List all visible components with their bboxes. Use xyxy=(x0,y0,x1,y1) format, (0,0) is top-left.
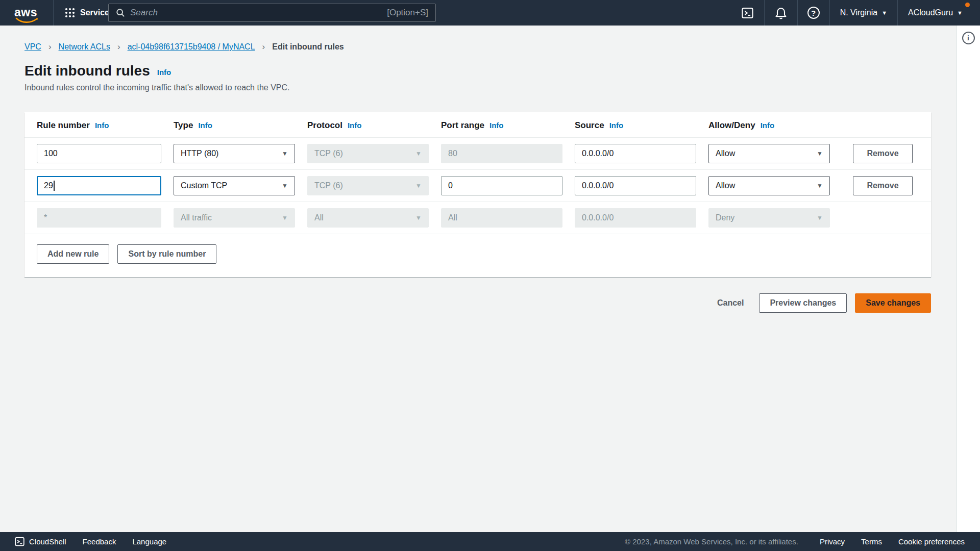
breadcrumb: VPC › Network ACLs › acl-04b98f613715b94… xyxy=(24,42,344,52)
footer-cookie-preferences-link[interactable]: Cookie preferences xyxy=(890,537,973,546)
type-select[interactable]: Custom TCP▼ xyxy=(174,176,295,195)
dropdown-arrow-icon: ▼ xyxy=(415,182,422,189)
rules-card-buttons: Add new rule Sort by rule number xyxy=(24,234,931,277)
type-info-link[interactable]: Info xyxy=(198,121,212,130)
source-info-link[interactable]: Info xyxy=(609,121,624,130)
search-shortcut-hint: [Option+S] xyxy=(387,8,428,18)
cancel-button[interactable]: Cancel xyxy=(710,293,751,313)
column-header-port-range: Port range xyxy=(441,120,484,131)
allow-deny-info-link[interactable]: Info xyxy=(761,121,775,130)
dropdown-arrow-icon: ▼ xyxy=(415,214,422,221)
help-icon: ? xyxy=(807,7,820,19)
search-placeholder: Search xyxy=(130,8,382,18)
column-header-type: Type xyxy=(174,120,193,131)
breadcrumb-current-page: Edit inbound rules xyxy=(272,42,344,52)
search-icon xyxy=(116,8,125,17)
account-label: ACloudGuru xyxy=(908,8,953,17)
text-cursor xyxy=(54,181,55,191)
dropdown-arrow-icon: ▼ xyxy=(282,214,288,221)
port-range-info-link[interactable]: Info xyxy=(489,121,504,130)
aws-smile-icon xyxy=(15,17,39,24)
rule-number-input-disabled: * xyxy=(37,208,161,228)
column-header-source: Source xyxy=(575,120,604,131)
breadcrumb-chevron-icon: › xyxy=(262,42,265,52)
footer-cloudshell-button[interactable]: CloudShell xyxy=(6,536,75,547)
rule-number-info-link[interactable]: Info xyxy=(95,121,109,130)
preview-changes-button[interactable]: Preview changes xyxy=(759,293,847,313)
rule-row-default: * All traffic▼ All▼ All 0.0.0.0/0 Deny▼ xyxy=(24,202,931,234)
rule-number-input-focused[interactable]: 29 xyxy=(37,176,161,195)
cloudshell-button[interactable] xyxy=(731,0,764,26)
page-header: Edit inbound rules Info Inbound rules co… xyxy=(24,63,290,92)
dropdown-arrow-icon: ▼ xyxy=(282,150,288,157)
page-info-link[interactable]: Info xyxy=(157,68,172,77)
type-select-disabled: All traffic▼ xyxy=(174,208,295,228)
chevron-down-icon: ▼ xyxy=(957,10,963,16)
dropdown-arrow-icon: ▼ xyxy=(817,214,823,221)
top-navigation-bar: aws Services Search [Option+S] xyxy=(0,0,980,26)
port-range-input[interactable]: 0 xyxy=(441,176,562,195)
source-input[interactable]: 0.0.0.0/0 xyxy=(575,144,696,163)
breadcrumb-chevron-icon: › xyxy=(48,42,52,52)
rule-number-input[interactable]: 100 xyxy=(37,144,161,163)
dropdown-arrow-icon: ▼ xyxy=(415,150,422,157)
rules-header-row: Rule numberInfo TypeInfo ProtocolInfo Po… xyxy=(24,112,931,138)
dropdown-arrow-icon: ▼ xyxy=(817,182,823,189)
footer-terms-link[interactable]: Terms xyxy=(853,537,890,546)
page-description: Inbound rules control the incoming traff… xyxy=(24,83,290,92)
breadcrumb-network-acls-link[interactable]: Network ACLs xyxy=(59,42,110,52)
sort-by-rule-number-button[interactable]: Sort by rule number xyxy=(117,244,216,264)
info-icon[interactable]: i xyxy=(962,32,975,44)
notifications-bell-icon xyxy=(774,6,788,19)
region-selector[interactable]: N. Virginia ▼ xyxy=(830,0,897,26)
breadcrumb-chevron-icon: › xyxy=(117,42,120,52)
dropdown-arrow-icon: ▼ xyxy=(282,182,288,189)
port-range-input-disabled: 80 xyxy=(441,144,562,163)
footer-cloudshell-label: CloudShell xyxy=(29,537,66,546)
rule-row-2: 29 Custom TCP▼ TCP (6)▼ 0 0.0.0.0/0 Allo… xyxy=(24,170,931,202)
footer-language-button[interactable]: Language xyxy=(124,537,175,546)
region-label: N. Virginia xyxy=(840,8,878,17)
protocol-select-disabled: All▼ xyxy=(307,208,429,228)
source-input[interactable]: 0.0.0.0/0 xyxy=(575,176,696,195)
remove-rule-button[interactable]: Remove xyxy=(853,176,913,195)
aws-logo[interactable]: aws xyxy=(14,7,41,18)
column-header-protocol: Protocol xyxy=(307,120,342,131)
footer-privacy-link[interactable]: Privacy xyxy=(812,537,853,546)
column-header-rule-number: Rule number xyxy=(37,120,90,131)
cloudshell-terminal-icon xyxy=(741,6,754,20)
protocol-info-link[interactable]: Info xyxy=(348,121,362,130)
save-changes-button[interactable]: Save changes xyxy=(855,293,931,313)
allow-deny-select[interactable]: Allow▼ xyxy=(708,176,830,195)
chevron-down-icon: ▼ xyxy=(881,10,887,16)
protocol-select-disabled: TCP (6)▼ xyxy=(307,176,429,195)
breadcrumb-vpc-link[interactable]: VPC xyxy=(24,42,41,52)
help-panel-strip: i xyxy=(956,26,980,532)
footer-bar: CloudShell Feedback Language © 2023, Ama… xyxy=(0,532,980,551)
footer-copyright: © 2023, Amazon Web Services, Inc. or its… xyxy=(611,537,812,546)
help-button[interactable]: ? xyxy=(798,0,829,26)
add-new-rule-button[interactable]: Add new rule xyxy=(37,244,109,264)
protocol-select-disabled: TCP (6)▼ xyxy=(307,144,429,163)
remove-rule-button[interactable]: Remove xyxy=(853,144,913,163)
notifications-button[interactable] xyxy=(765,0,797,26)
search-input[interactable]: Search [Option+S] xyxy=(108,4,436,22)
source-input-disabled: 0.0.0.0/0 xyxy=(575,208,696,228)
allow-deny-select[interactable]: Allow▼ xyxy=(708,144,830,163)
inbound-rules-card: Rule numberInfo TypeInfo ProtocolInfo Po… xyxy=(24,112,931,277)
column-header-allow-deny: Allow/Deny xyxy=(708,120,755,131)
form-actions: Cancel Preview changes Save changes xyxy=(24,293,931,313)
notification-dot xyxy=(965,3,970,7)
type-select[interactable]: HTTP (80)▼ xyxy=(174,144,295,163)
cloudshell-terminal-icon xyxy=(14,536,25,547)
rule-row-1: 100 HTTP (80)▼ TCP (6)▼ 80 0.0.0.0/0 All… xyxy=(24,138,931,170)
allow-deny-select-disabled: Deny▼ xyxy=(708,208,830,228)
port-range-input-disabled: All xyxy=(441,208,562,228)
dropdown-arrow-icon: ▼ xyxy=(817,150,823,157)
page-title: Edit inbound rules xyxy=(24,63,150,79)
breadcrumb-acl-link[interactable]: acl-04b98f613715b9408 / MyNACL xyxy=(128,42,255,52)
footer-feedback-button[interactable]: Feedback xyxy=(75,537,125,546)
services-grid-icon xyxy=(65,8,75,18)
